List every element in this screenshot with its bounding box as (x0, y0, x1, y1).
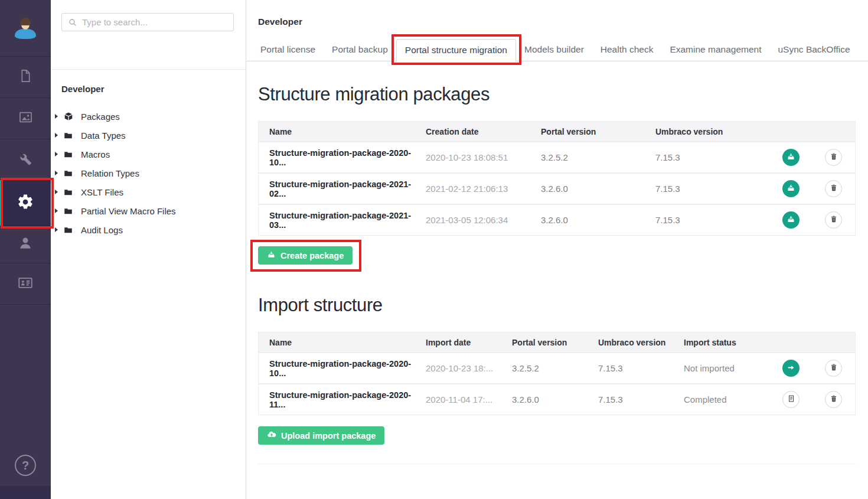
upload-button-row: Upload import package (258, 426, 856, 445)
tree-item-label[interactable]: Partial View Macro Files (81, 206, 176, 216)
tree-item-label[interactable]: Audit Logs (81, 225, 123, 235)
main-panel: Structure migration packages Name Creati… (246, 61, 868, 464)
arrow-right-icon (787, 363, 795, 374)
create-package-button[interactable]: Create package (258, 246, 353, 265)
avatar (14, 16, 37, 41)
tree-item-macros[interactable]: Macros (51, 145, 246, 164)
column-header-umbraco-version: Umbraco version (655, 127, 744, 136)
search-input[interactable] (62, 14, 233, 31)
tree-item-label[interactable]: Relation Types (81, 168, 139, 178)
import-date: 2020-10-23 18:... (426, 363, 512, 373)
search-input-wrapper[interactable] (61, 13, 234, 31)
content-area: Developer Portal license Portal backup P… (246, 0, 868, 499)
row-actions (782, 391, 855, 408)
sidebar-item-user-avatar[interactable] (0, 0, 51, 57)
help-button[interactable]: ? (15, 455, 36, 476)
column-header-name: Name (259, 338, 426, 347)
caret-right-icon[interactable] (55, 133, 58, 138)
tab-health-check[interactable]: Health check (592, 37, 662, 61)
download-icon (267, 250, 276, 261)
sidebar-item-developer[interactable] (0, 180, 51, 226)
trash-icon (830, 215, 838, 225)
tree-item-label[interactable]: XSLT Files (81, 187, 123, 197)
tab-usync-backoffice[interactable]: uSync BackOffice (770, 37, 859, 61)
packages-table-header: Name Creation date Portal version Umbrac… (259, 122, 855, 141)
trash-icon (830, 363, 838, 373)
tree-item-label[interactable]: Macros (81, 149, 110, 159)
row-actions (782, 149, 855, 166)
sidebar-item-content[interactable] (0, 57, 51, 98)
download-package-button[interactable] (782, 149, 800, 166)
tab-label: Portal structure migration (405, 45, 507, 55)
column-header-name: Name (259, 127, 426, 136)
import-status: Not imported (684, 363, 781, 373)
import-table: Name Import date Portal version Umbraco … (258, 332, 856, 415)
upload-import-package-button[interactable]: Upload import package (258, 426, 384, 445)
tree-section-title: Developer (51, 84, 246, 94)
section-title-structure-migration-packages: Structure migration packages (258, 83, 856, 106)
app-window: ? Developer Packages Data Typ (0, 0, 868, 499)
umbraco-version: 7.15.3 (598, 363, 684, 373)
sidebar-item-media[interactable] (0, 98, 51, 139)
download-icon (787, 152, 795, 163)
caret-right-icon[interactable] (55, 152, 58, 156)
tab-portal-backup[interactable]: Portal backup (324, 37, 396, 61)
tree-item-partial-view-macro-files[interactable]: Partial View Macro Files (51, 201, 246, 220)
wrench-icon (18, 151, 33, 168)
trash-icon (830, 394, 838, 405)
tree-item-relation-types[interactable]: Relation Types (51, 164, 246, 182)
download-package-button[interactable] (782, 180, 800, 197)
report-icon (787, 394, 795, 405)
tab-portal-license[interactable]: Portal license (252, 37, 324, 61)
package-name: Structure-migration-package-2020-11... (259, 390, 426, 409)
delete-package-button[interactable] (825, 149, 842, 166)
column-header-portal-version: Portal version (541, 127, 655, 136)
row-actions (782, 211, 855, 229)
tree: Developer Packages Data Types Macros (51, 70, 246, 239)
tree-item-packages[interactable]: Packages (51, 107, 246, 126)
create-package-label: Create package (280, 251, 344, 260)
upload-import-package-label: Upload import package (281, 431, 376, 441)
sidebar-item-users[interactable] (0, 226, 51, 263)
question-mark-icon: ? (22, 459, 29, 472)
caret-right-icon[interactable] (55, 208, 58, 213)
umbraco-version: 7.15.3 (655, 152, 744, 162)
package-name: Structure-migration-package-2020-10... (259, 148, 426, 167)
delete-import-button[interactable] (825, 360, 842, 377)
tree-item-xslt-files[interactable]: XSLT Files (51, 182, 246, 201)
tree-item-audit-logs[interactable]: Audit Logs (51, 220, 246, 239)
umbraco-version: 7.15.3 (598, 394, 684, 405)
document-icon (18, 68, 34, 86)
package-name: Structure-migration-package-2021-02... (259, 180, 426, 198)
portal-version: 3.2.5.2 (541, 152, 655, 162)
package-icon (63, 112, 73, 121)
create-package-button-wrapper: Create package (258, 246, 353, 265)
sidebar-item-settings[interactable] (0, 139, 51, 180)
caret-right-icon[interactable] (55, 114, 58, 119)
id-card-icon (17, 275, 34, 293)
caret-right-icon[interactable] (55, 190, 58, 194)
tab-models-builder[interactable]: Models builder (516, 37, 592, 61)
folder-icon (63, 188, 73, 197)
caret-right-icon[interactable] (55, 227, 58, 232)
creation-date: 2021-02-12 21:06:13 (426, 184, 541, 194)
tree-item-data-types[interactable]: Data Types (51, 126, 246, 145)
caret-right-icon[interactable] (55, 171, 58, 175)
tree-item-label[interactable]: Data Types (81, 131, 126, 141)
delete-import-button[interactable] (825, 391, 842, 408)
image-icon (18, 109, 34, 128)
view-report-button[interactable] (782, 391, 800, 408)
delete-package-button[interactable] (825, 180, 842, 197)
run-import-button[interactable] (782, 360, 800, 377)
download-package-button[interactable] (782, 211, 800, 229)
delete-package-button[interactable] (825, 211, 842, 229)
cloud-upload-icon (267, 430, 276, 441)
table-row: Structure-migration-package-2020-10... 2… (259, 141, 855, 172)
tab-examine-management[interactable]: Examine management (661, 37, 769, 61)
folder-icon (63, 207, 73, 216)
portal-version: 3.2.5.2 (512, 363, 598, 373)
table-row: Structure-migration-package-2020-11... 2… (259, 383, 855, 415)
tree-item-label[interactable]: Packages (81, 112, 120, 122)
tab-portal-structure-migration[interactable]: Portal structure migration (396, 39, 516, 61)
sidebar-item-members[interactable] (0, 263, 51, 305)
